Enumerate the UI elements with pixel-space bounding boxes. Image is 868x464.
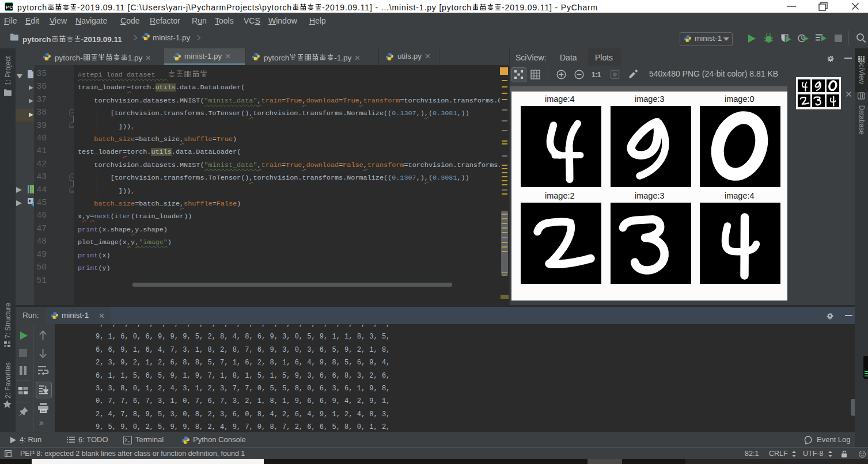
svg-text:PC: PC [6,5,13,10]
